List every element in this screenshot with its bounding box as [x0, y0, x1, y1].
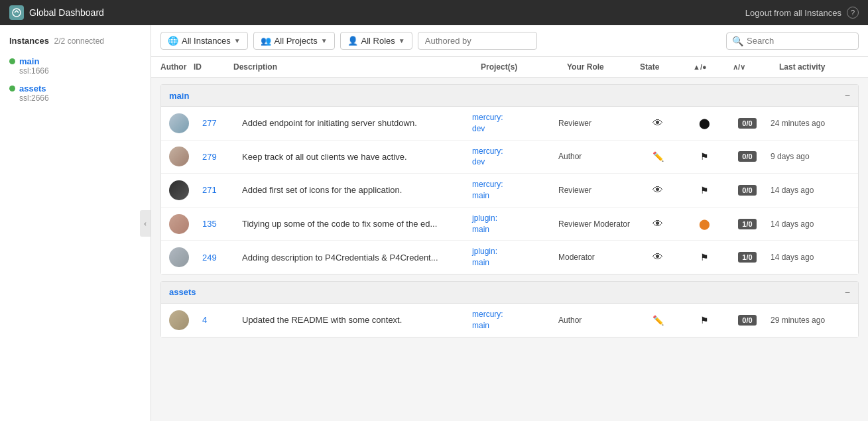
- avatar: [169, 310, 202, 330]
- section-name-assets: assets: [169, 287, 196, 297]
- connected-dot-assets: [9, 86, 15, 91]
- avatar-image: [169, 310, 189, 330]
- row-flag: ⬤: [684, 218, 724, 230]
- row-score: 0/0: [724, 151, 771, 162]
- eye-icon: 👁: [652, 184, 663, 196]
- col-header-projects: Project(s): [481, 62, 567, 72]
- globe-icon: 🌐: [168, 36, 178, 46]
- avatar: [169, 214, 202, 234]
- table-row: 277 Added endpoint for initiating server…: [161, 107, 858, 141]
- logout-button[interactable]: Logout from all Instances: [745, 8, 841, 18]
- all-instances-filter[interactable]: 🌐 All Instances ▼: [160, 32, 248, 50]
- row-description: Adding description to P4Credentials & P4…: [242, 253, 472, 263]
- row-flag: ⚑: [684, 315, 724, 326]
- col-header-arrows: ∧/∨: [733, 63, 779, 72]
- instance-name-assets: assets: [9, 84, 141, 93]
- chevron-down-icon: ▼: [234, 37, 241, 44]
- col-header-last-activity: Last activity: [779, 62, 859, 72]
- section-collapse-assets[interactable]: −: [845, 287, 850, 298]
- row-flag: ⬤: [684, 117, 724, 129]
- filters-bar: 🌐 All Instances ▼ 👥 All Projects ▼ 👤 All…: [151, 25, 868, 57]
- row-project: mercury: dev: [472, 112, 558, 135]
- chevron-down-icon-2: ▼: [321, 37, 328, 44]
- row-description: Added endpoint for initiating server shu…: [242, 118, 472, 128]
- section-assets: assets − 4 Updated the README with some …: [160, 281, 859, 337]
- row-description: Updated the README with some context.: [242, 315, 472, 325]
- row-id[interactable]: 279: [202, 152, 242, 162]
- instances-label: Instances: [9, 36, 49, 46]
- search-icon: 🔍: [732, 36, 743, 46]
- instances-count: 2/2 connected: [54, 36, 104, 46]
- all-roles-filter[interactable]: 👤 All Roles ▼: [340, 32, 412, 50]
- row-project: jplugin: main: [472, 213, 558, 235]
- row-role: Author: [558, 152, 631, 161]
- instance-name-main: main: [9, 56, 141, 66]
- row-activity: 14 days ago: [771, 186, 850, 195]
- all-projects-filter[interactable]: 👥 All Projects ▼: [253, 32, 335, 50]
- eye-icon: 👁: [652, 218, 663, 230]
- main-content: 🌐 All Instances ▼ 👥 All Projects ▼ 👤 All…: [151, 25, 868, 421]
- section-main: main − 277 Added endpoint for initiating…: [160, 84, 859, 274]
- row-id[interactable]: 277: [202, 118, 242, 128]
- row-project: mercury: main: [472, 179, 558, 202]
- pencil-icon: ✏️: [652, 315, 664, 326]
- row-activity: 14 days ago: [771, 253, 850, 262]
- avatar-image: [169, 147, 189, 166]
- row-id[interactable]: 249: [202, 253, 242, 263]
- sidebar-item-assets[interactable]: assets ssl:2666: [0, 80, 151, 107]
- table-row: 135 Tidying up some of the code to fix s…: [161, 208, 858, 241]
- row-state: 👁: [631, 251, 684, 263]
- avatar-image: [169, 214, 189, 234]
- row-activity: 9 days ago: [771, 152, 850, 161]
- row-state: ✏️: [631, 151, 684, 162]
- avatar: [169, 113, 202, 133]
- col-header-state: State: [640, 62, 693, 72]
- row-id[interactable]: 4: [202, 315, 242, 325]
- row-state: ✏️: [631, 315, 684, 326]
- avatar: [169, 180, 202, 200]
- col-header-description: Description: [233, 62, 481, 72]
- instance-sub-main: ssl:1666: [9, 66, 141, 76]
- sidebar-header: Instances 2/2 connected: [0, 33, 151, 52]
- section-collapse-main[interactable]: −: [845, 90, 850, 101]
- row-project: mercury: dev: [472, 146, 558, 168]
- row-state: 👁: [631, 184, 684, 196]
- svg-point-0: [13, 9, 21, 17]
- orange-circle-icon: ⬤: [699, 218, 710, 230]
- black-circle-icon: ⬤: [699, 117, 710, 129]
- all-instances-label: All Instances: [182, 36, 231, 46]
- role-icon: 👤: [347, 36, 358, 46]
- search-wrapper: 🔍: [726, 32, 859, 50]
- row-description: Added first set of icons for the applica…: [242, 185, 472, 195]
- row-flag: ⚑: [684, 151, 724, 162]
- table-row: 271 Added first set of icons for the app…: [161, 174, 858, 208]
- sidebar-item-main[interactable]: main ssl:1666: [0, 52, 151, 80]
- section-name-main: main: [169, 91, 189, 101]
- row-id[interactable]: 271: [202, 185, 242, 195]
- app-logo: [9, 5, 24, 20]
- row-state: 👁: [631, 117, 684, 129]
- search-input[interactable]: [747, 36, 853, 46]
- row-project: jplugin: main: [472, 246, 558, 269]
- all-roles-label: All Roles: [361, 36, 395, 46]
- row-project: mercury: main: [472, 309, 558, 331]
- row-flag: ⚑: [684, 185, 724, 196]
- instance-sub-assets: ssl:2666: [9, 93, 141, 103]
- row-activity: 29 minutes ago: [771, 316, 850, 325]
- projects-icon: 👥: [261, 36, 271, 46]
- authored-by-input[interactable]: [418, 32, 537, 50]
- row-score: 0/0: [724, 118, 771, 129]
- flag-icon: ⚑: [700, 151, 709, 162]
- row-role: Author: [558, 316, 631, 325]
- table-row: 4 Updated the README with some context. …: [161, 304, 858, 337]
- flag-icon: ⚑: [700, 315, 709, 326]
- sidebar-collapse-button[interactable]: ‹: [140, 210, 151, 237]
- row-role: Reviewer: [558, 186, 631, 195]
- row-description: Keep track of all out clients we have ac…: [242, 152, 472, 162]
- connected-dot-main: [9, 58, 15, 64]
- table-header: Author ID Description Project(s) Your Ro…: [151, 57, 868, 78]
- row-role: Reviewer Moderator: [558, 219, 631, 229]
- row-id[interactable]: 135: [202, 219, 242, 229]
- help-button[interactable]: ?: [847, 7, 859, 19]
- col-header-author: Author: [160, 62, 194, 72]
